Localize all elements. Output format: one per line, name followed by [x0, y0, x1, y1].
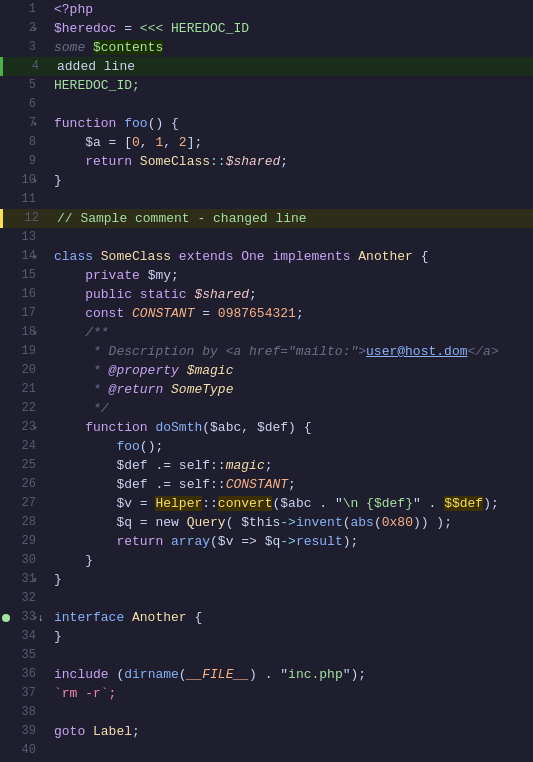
punc-token [54, 496, 116, 511]
code-line-25: 25 $def .= self::magic; [0, 456, 533, 475]
classname-token: SomeClass [101, 249, 179, 264]
line-content [46, 589, 533, 608]
punc-token: .= [148, 458, 179, 473]
classname-token: Label [93, 724, 132, 739]
punc-token: (); [140, 439, 163, 454]
code-line-35: 35 [0, 646, 533, 665]
gutter-breakpoint-icon [2, 614, 10, 622]
var-token: $this [241, 515, 280, 530]
punc-token: "); [343, 667, 366, 682]
line-content: interface Another { [46, 608, 533, 627]
punc-token: self:: [179, 477, 226, 492]
php-tag-token: <?php [54, 2, 93, 17]
line-content: function doSmth($abc, $def) { [46, 418, 533, 437]
line-number: 33▾↓ [0, 608, 46, 627]
punc-token [54, 477, 116, 492]
fold-arrow-icon[interactable]: ▾ [32, 418, 38, 437]
tag-link-token: user@host.dom [366, 344, 467, 359]
punc-token: $a = [ [54, 135, 132, 150]
code-line-13: 13 [0, 228, 533, 247]
punc-token: { [421, 249, 429, 264]
line-number: 19 [0, 342, 46, 361]
var-token: $def [116, 477, 147, 492]
line-content [46, 228, 533, 247]
fold-arrow-icon[interactable]: ▾ [32, 247, 38, 266]
line-number: 39 [0, 722, 46, 741]
punc-token: ; [265, 458, 273, 473]
line-content: */ [46, 399, 533, 418]
line-number: 24 [0, 437, 46, 456]
classname-token: SomeClass [140, 154, 210, 169]
line-content: public static $shared; [46, 285, 533, 304]
comment-token: */ [54, 401, 109, 416]
fold-arrow-icon[interactable]: ▾ [32, 114, 38, 133]
punc-token [54, 287, 85, 302]
var-token: $my; [148, 268, 179, 283]
punc-token: ; [132, 724, 140, 739]
static-access-token: :: [210, 154, 226, 169]
punc-token [54, 515, 116, 530]
fn-token: abs [351, 515, 374, 530]
line-content: * Description by <a href="mailto:">user@… [46, 342, 533, 361]
fn-token: invent [296, 515, 343, 530]
punc-token: ) { [288, 420, 311, 435]
punc-token: ( [179, 667, 187, 682]
code-line-28: 28 $q = new Query( $this->invent(abs(0x8… [0, 513, 533, 532]
punc-token: } [54, 629, 62, 644]
line-number: 13 [0, 228, 46, 247]
yellow-hl-token: Helper [155, 496, 202, 511]
punc-token: " . [413, 496, 444, 511]
punc-token: () { [148, 116, 179, 131]
code-line-24: 24 foo(); [0, 437, 533, 456]
code-line-33: 33▾↓interface Another { [0, 608, 533, 627]
line-number: 17 [0, 304, 46, 323]
kw-token: function [85, 420, 155, 435]
code-line-18: 18▾ /** [0, 323, 533, 342]
comment-token: * Description by <a href="mailto:"> [54, 344, 366, 359]
var-token: $abc [210, 420, 241, 435]
line-content: function foo() { [46, 114, 533, 133]
kw2-token: class [54, 249, 101, 264]
str-token: inc.php [288, 667, 343, 682]
line-number: 27 [0, 494, 46, 513]
code-line-4: 4added line [0, 57, 533, 76]
punc-token: )) ); [413, 515, 452, 530]
comment-changed-token: // Sample comment - changed line [57, 211, 307, 226]
code-line-12: 12// Sample comment - changed line [0, 209, 533, 228]
line-content: $q = new Query( $this->invent(abs(0x80))… [46, 513, 533, 532]
fold-arrow-icon[interactable]: ▾ [32, 171, 38, 190]
classname-token: Another [132, 610, 194, 625]
var-token: $q [116, 515, 132, 530]
line-content [46, 703, 533, 722]
kw-token: goto [54, 724, 93, 739]
comment-token: * [54, 363, 109, 378]
code-line-17: 17 const CONSTANT = 0987654321; [0, 304, 533, 323]
line-number: 4 [3, 57, 49, 76]
line-number: 29 [0, 532, 46, 551]
line-number: 35 [0, 646, 46, 665]
classname-token: Query [187, 515, 226, 530]
code-line-40: 40 [0, 741, 533, 760]
str-token: \n {$def} [343, 496, 413, 511]
punc-token [54, 458, 116, 473]
fold-arrow-icon[interactable]: ▾ [32, 19, 38, 38]
fold-arrow-icon[interactable]: ▾ [32, 323, 38, 342]
green-hl-token: $contents [93, 40, 163, 55]
line-number: 2▾ [0, 19, 46, 38]
at-tag-token: @return [109, 382, 164, 397]
at-type-token: SomeType [171, 382, 233, 397]
comment-token: /** [85, 325, 108, 340]
fold-arrow-icon[interactable]: ▾ [32, 570, 38, 589]
line-number: 23▾ [0, 418, 46, 437]
code-line-32: 32 [0, 589, 533, 608]
punc-token: ( [226, 515, 242, 530]
comment-token: </a> [467, 344, 498, 359]
punc-token [54, 439, 116, 454]
punc-token: , [163, 135, 179, 150]
var-token: $q [265, 534, 281, 549]
punc-token: ); [343, 534, 359, 549]
dollar-token: $heredoc [54, 21, 116, 36]
line-number: 1 [0, 0, 46, 19]
code-line-39: 39goto Label; [0, 722, 533, 741]
at-tag-token: @property [109, 363, 179, 378]
